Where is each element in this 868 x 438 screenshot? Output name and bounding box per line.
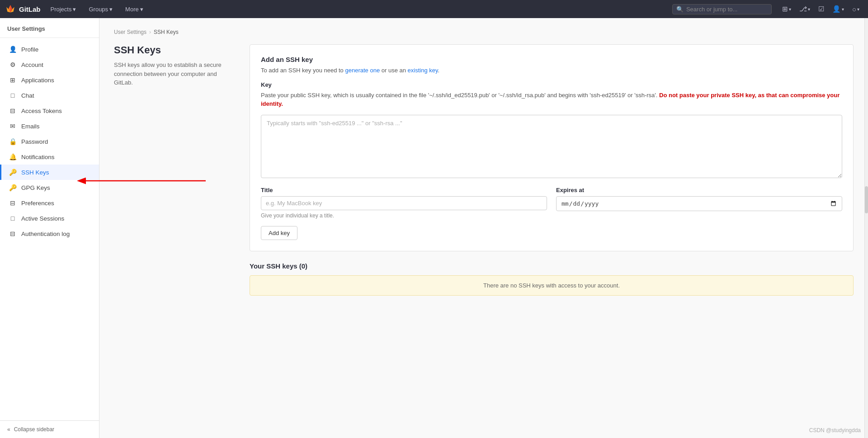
title-expires-row: Title Give your individual key a title. … <box>261 187 842 219</box>
account-button[interactable]: ○ ▾ <box>849 4 863 15</box>
sidebar-item-label: Notifications <box>21 154 55 160</box>
todos-button[interactable]: ☑ <box>815 3 827 15</box>
sidebar-item-chat[interactable]: □ Chat <box>0 88 99 103</box>
key-icon: 🔑 <box>9 169 17 176</box>
add-ssh-title: Add an SSH key <box>261 56 842 63</box>
chevron-down-icon: ▾ <box>140 6 143 13</box>
todo-icon: ☑ <box>818 5 824 13</box>
title-input[interactable] <box>261 196 547 210</box>
sidebar-item-label: Emails <box>21 123 40 130</box>
sidebar-item-label: Account <box>21 61 43 68</box>
add-key-button[interactable]: Add key <box>261 226 297 240</box>
key-field-group: Key Paste your public SSH key, which is … <box>261 81 842 179</box>
page-body: SSH Keys SSH keys allow you to establish… <box>114 44 854 296</box>
breadcrumb-parent[interactable]: User Settings <box>114 29 146 35</box>
user-avatar-icon: 👤 <box>832 5 841 13</box>
sidebar: User Settings 👤 Profile ⚙ Account ⊞ Appl… <box>0 18 99 438</box>
chevron-down-icon: ▾ <box>789 7 791 12</box>
sidebar-item-label: Profile <box>21 46 38 53</box>
collapse-sidebar-button[interactable]: « Collapse sidebar <box>0 420 99 438</box>
brand-logo[interactable]: GitLab <box>5 4 41 14</box>
watermark: CSDN @studyingdda <box>809 427 861 433</box>
sidebar-item-gpg-keys[interactable]: 🔑 GPG Keys <box>0 180 99 195</box>
breadcrumb-current: SSH Keys <box>154 29 179 35</box>
navbar-projects[interactable]: Projects ▾ <box>48 4 79 14</box>
navbar-groups[interactable]: Groups ▾ <box>86 4 115 14</box>
gpg-key-icon: 🔑 <box>9 184 17 191</box>
expires-col: Expires at <box>556 187 842 219</box>
add-ssh-description: To add an SSH key you need to generate o… <box>261 66 842 75</box>
key-label: Key <box>261 81 842 88</box>
sidebar-header: User Settings <box>0 18 99 38</box>
settings-icon: ⚙ <box>9 61 17 68</box>
user-menu-button[interactable]: 👤 ▾ <box>829 3 847 15</box>
sidebar-item-preferences[interactable]: ⊟ Preferences <box>0 195 99 211</box>
profile-icon: 👤 <box>9 46 17 53</box>
ssh-keys-list-section: Your SSH keys (0) There are no SSH keys … <box>250 262 854 296</box>
lock-icon: 🔒 <box>9 138 17 145</box>
main-layout: User Settings 👤 Profile ⚙ Account ⊞ Appl… <box>0 18 868 438</box>
page-subtitle: SSH keys allow you to establish a secure… <box>114 61 231 87</box>
navbar-more[interactable]: More ▾ <box>123 4 146 14</box>
sidebar-item-label: SSH Keys <box>21 169 49 176</box>
sidebar-item-password[interactable]: 🔒 Password <box>0 134 99 149</box>
merge-request-icon: ⎇ <box>799 5 807 13</box>
chevron-down-icon: ▾ <box>109 6 113 13</box>
sidebar-item-applications[interactable]: ⊞ Applications <box>0 72 99 88</box>
gitlab-logo-icon <box>5 4 15 14</box>
breadcrumb: User Settings › SSH Keys <box>114 29 854 35</box>
breadcrumb-separator: › <box>149 29 151 35</box>
chat-icon: □ <box>9 92 17 99</box>
plus-square-icon: ⊞ <box>782 5 788 13</box>
search-input[interactable] <box>686 6 768 13</box>
existing-key-link[interactable]: existing key <box>408 67 438 74</box>
key-description: Paste your public SSH key, which is usua… <box>261 91 842 108</box>
bell-icon: 🔔 <box>9 153 17 160</box>
preferences-icon: ⊟ <box>9 199 17 207</box>
chevron-down-icon: ▾ <box>842 7 844 12</box>
sidebar-item-authentication-log[interactable]: ⊟ Authentication log <box>0 226 99 241</box>
generate-key-link[interactable]: generate one <box>345 67 380 74</box>
sidebar-nav: 👤 Profile ⚙ Account ⊞ Applications □ Cha… <box>0 38 99 420</box>
page-form: Add an SSH key To add an SSH key you nee… <box>250 44 854 296</box>
scrollbar-track[interactable] <box>864 18 868 438</box>
sidebar-item-label: Preferences <box>21 200 54 207</box>
brand-name: GitLab <box>19 5 41 13</box>
sidebar-item-label: Chat <box>21 92 34 99</box>
sidebar-item-access-tokens[interactable]: ⊟ Access Tokens <box>0 103 99 118</box>
merge-requests-button[interactable]: ⎇ ▾ <box>796 3 813 15</box>
sidebar-item-account[interactable]: ⚙ Account <box>0 57 99 72</box>
page-description: SSH Keys SSH keys allow you to establish… <box>114 44 231 296</box>
chevron-down-icon: ▾ <box>808 7 810 12</box>
sidebar-item-label: GPG Keys <box>21 184 50 191</box>
expires-label: Expires at <box>556 187 842 193</box>
sidebar-item-label: Applications <box>21 77 54 84</box>
main-content: User Settings › SSH Keys SSH Keys SSH ke… <box>99 18 868 438</box>
circle-icon: ○ <box>852 5 856 13</box>
key-textarea[interactable] <box>261 115 842 178</box>
navbar-action-icons: ⊞ ▾ ⎇ ▾ ☑ 👤 ▾ ○ ▾ <box>779 3 863 15</box>
sidebar-item-label: Access Tokens <box>21 108 62 114</box>
sessions-icon: □ <box>9 215 17 222</box>
sidebar-item-emails[interactable]: ✉ Emails <box>0 118 99 134</box>
chevron-left-icon: « <box>7 426 10 433</box>
scrollbar-thumb[interactable] <box>865 186 868 213</box>
title-label: Title <box>261 187 547 193</box>
ssh-keys-empty-notice: There are no SSH keys with access to you… <box>250 275 854 296</box>
chevron-down-icon: ▾ <box>73 6 76 13</box>
token-icon: ⊟ <box>9 107 17 114</box>
log-icon: ⊟ <box>9 230 17 237</box>
sidebar-item-active-sessions[interactable]: □ Active Sessions <box>0 211 99 226</box>
title-col: Title Give your individual key a title. <box>261 187 547 219</box>
search-bar[interactable]: 🔍 <box>672 4 772 14</box>
expires-date-input[interactable] <box>556 196 842 211</box>
sidebar-item-label: Password <box>21 138 48 145</box>
sidebar-item-label: Active Sessions <box>21 215 64 222</box>
sidebar-item-notifications[interactable]: 🔔 Notifications <box>0 149 99 165</box>
email-icon: ✉ <box>9 122 17 130</box>
page-title: SSH Keys <box>114 44 231 56</box>
sidebar-item-ssh-keys[interactable]: 🔑 SSH Keys <box>0 165 99 180</box>
sidebar-item-profile[interactable]: 👤 Profile <box>0 42 99 57</box>
title-hint: Give your individual key a title. <box>261 212 547 219</box>
create-new-button[interactable]: ⊞ ▾ <box>779 3 794 15</box>
